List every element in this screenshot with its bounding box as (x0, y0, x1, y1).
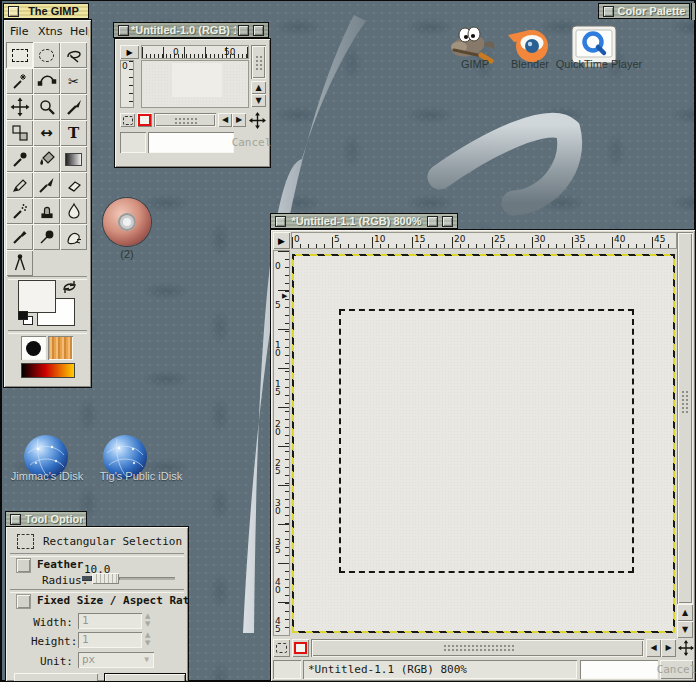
menu-file[interactable]: File (10, 25, 28, 38)
scroll-right-button[interactable]: ▶ (232, 113, 246, 127)
tool-convolve[interactable] (60, 198, 87, 224)
active-brush-preview[interactable] (21, 336, 46, 360)
scroll-right-button[interactable]: ▶ (661, 639, 676, 657)
tool-options-titlebar[interactable]: Tool Options (5, 511, 87, 527)
tool-smudge[interactable] (60, 224, 87, 250)
quickmask-toggle-button[interactable] (137, 113, 152, 127)
tool-transform[interactable] (6, 120, 33, 146)
progress-bar (580, 660, 658, 679)
height-input[interactable]: 1 (78, 632, 142, 648)
scroll-left-button[interactable]: ◀ (646, 639, 661, 657)
tool-clone[interactable] (33, 198, 60, 224)
tool-ink[interactable] (6, 224, 33, 250)
selection-toggle-button[interactable] (120, 113, 135, 127)
navigation-cross-icon[interactable] (678, 640, 694, 656)
desktop-icon-idisk-tig-label[interactable]: Tig's Public iDisk (86, 470, 196, 482)
desktop-icon-quicktime-label[interactable]: QuickTime Player (544, 58, 654, 70)
tool-fuzzy-select[interactable] (6, 68, 33, 94)
doc-small-titlebar[interactable]: *Untitled-1.0 (RGB) 1 (113, 22, 269, 38)
h-scrollbar[interactable] (154, 113, 216, 127)
shade-button[interactable] (427, 216, 438, 227)
width-spin-up-icon[interactable]: ▲ (145, 613, 150, 620)
scroll-down-button[interactable]: ▼ (677, 621, 693, 638)
tool-scissors[interactable]: ✂ (60, 68, 87, 94)
tool-color-picker[interactable] (6, 146, 33, 172)
h-scrollbar-thumb[interactable] (155, 114, 215, 126)
v-scrollbar[interactable] (251, 45, 266, 79)
height-label: Height: (31, 635, 73, 648)
tool-airbrush[interactable] (6, 198, 33, 224)
tool-move[interactable] (6, 94, 33, 120)
v-scrollbar-thumb[interactable] (252, 46, 265, 78)
v-scrollbar-thumb[interactable] (678, 233, 692, 603)
selection-marching-ants[interactable] (339, 309, 634, 573)
h-ruler: 0 50 (141, 45, 249, 59)
radius-slider-thumb[interactable] (92, 573, 119, 584)
quickmask-toggle-button[interactable] (292, 639, 309, 657)
tool-free-select[interactable] (60, 42, 87, 68)
desktop-icon-gimp[interactable] (442, 23, 508, 79)
height-spin-up-icon[interactable]: ▲ (145, 632, 150, 639)
h-scrollbar-thumb[interactable] (312, 640, 643, 656)
tool-pencil[interactable] (6, 172, 33, 198)
tool-measure[interactable] (6, 250, 33, 276)
width-spin-down-icon[interactable]: ▼ (145, 621, 150, 628)
tool-eraser[interactable] (60, 172, 87, 198)
scroll-up-button[interactable]: ▲ (251, 81, 266, 94)
radius-slider-track[interactable] (119, 577, 175, 580)
v-scrollbar[interactable] (677, 232, 693, 604)
shade-button[interactable] (238, 25, 249, 36)
active-gradient-preview[interactable] (21, 363, 75, 378)
menu-help[interactable]: Help (70, 25, 89, 38)
maximize-button[interactable] (442, 216, 453, 227)
tool-bezier-select[interactable] (33, 68, 60, 94)
h-scrollbar[interactable] (311, 639, 644, 657)
selection-toggle-button[interactable] (273, 639, 290, 657)
menu-xtns[interactable]: Xtns (38, 25, 63, 38)
window-menu-button[interactable] (10, 514, 21, 525)
reset-button[interactable] (14, 673, 98, 682)
doc-main-titlebar[interactable]: *Untitled-1.1 (RGB) 800% (270, 213, 458, 229)
tool-blend[interactable] (60, 146, 87, 172)
scroll-down-button[interactable]: ▼ (251, 94, 266, 107)
foreground-color-swatch[interactable] (18, 280, 56, 313)
tool-rect-select[interactable] (6, 42, 33, 68)
cancel-button[interactable]: Cancel (660, 660, 693, 679)
desktop-icon-cd-label[interactable]: (2) (103, 248, 151, 260)
swap-colors-icon[interactable] (62, 280, 77, 294)
desktop-icon-gimp-label[interactable]: GIMP (445, 58, 505, 70)
navigation-cross-icon[interactable] (249, 112, 266, 129)
window-menu-button[interactable] (603, 6, 614, 17)
image-menu-button[interactable]: ▶ (273, 232, 290, 249)
close-button[interactable] (104, 673, 186, 682)
window-menu-button[interactable] (8, 6, 19, 17)
default-colors-icon[interactable] (18, 311, 32, 324)
tool-paintbrush[interactable] (33, 172, 60, 198)
scroll-left-button[interactable]: ◀ (218, 113, 232, 127)
feather-checkbox[interactable] (16, 558, 31, 573)
tool-crop[interactable] (60, 94, 87, 120)
maximize-button[interactable] (253, 25, 264, 36)
unit-dropdown[interactable]: px ▼ (78, 652, 154, 668)
tool-text[interactable]: T (60, 120, 87, 146)
tool-magnify[interactable] (33, 94, 60, 120)
tool-bucket-fill[interactable] (33, 146, 60, 172)
window-menu-button[interactable] (275, 216, 286, 227)
image-menu-button[interactable]: ▶ (120, 45, 139, 59)
tool-ellipse-select[interactable] (33, 42, 60, 68)
gimp-toolbox-titlebar[interactable]: The GIMP (3, 3, 89, 19)
color-palette-titlebar[interactable]: Color Palette (598, 3, 690, 19)
tool-dodge-burn[interactable] (33, 224, 60, 250)
scroll-up-button[interactable]: ▲ (677, 604, 693, 621)
canvas[interactable] (141, 60, 249, 108)
cancel-button[interactable]: Cancel (236, 132, 267, 153)
width-input[interactable]: 1 (78, 613, 142, 629)
active-pattern-preview[interactable] (48, 336, 73, 360)
height-spin-down-icon[interactable]: ▼ (145, 640, 150, 647)
window-menu-button[interactable] (118, 25, 129, 36)
fixed-size-checkbox[interactable] (16, 594, 31, 609)
desktop-icon-idisk-jimmac-label[interactable]: Jimmac's iDisk (7, 470, 87, 482)
tool-flip[interactable]: ↔ (33, 120, 60, 146)
desktop-icon-cd[interactable] (103, 198, 151, 246)
ruler-label: 15 (414, 234, 425, 244)
